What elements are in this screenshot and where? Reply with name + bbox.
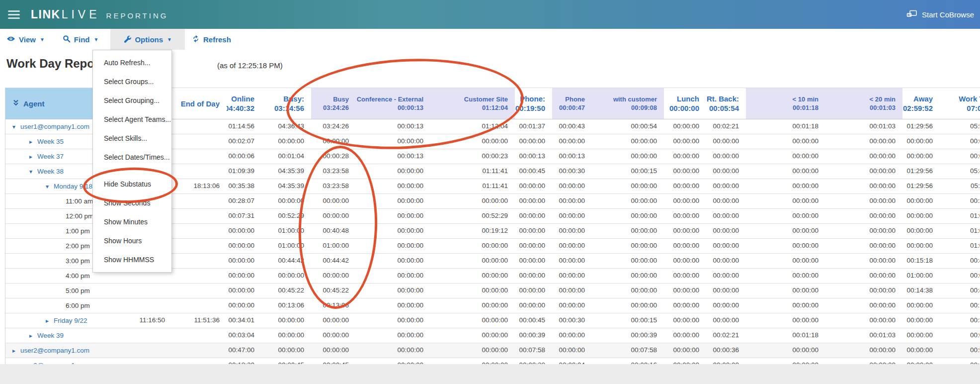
menu-item-select-skills[interactable]: Select Skills... bbox=[93, 129, 171, 148]
column-header-online[interactable]: Online04:40:32 bbox=[227, 88, 261, 119]
row-label: Week 37 bbox=[37, 150, 64, 164]
agent-cell[interactable]: ▸Week 39 bbox=[5, 328, 127, 343]
menu-item-show-minutes[interactable]: Show Minutes bbox=[93, 212, 171, 231]
agent-cell[interactable]: ▸Friday 9/22 bbox=[5, 313, 127, 328]
time-cell: 04:36:43 bbox=[261, 119, 311, 134]
start-cobrowse-button[interactable]: Start CoBrowse bbox=[904, 0, 976, 29]
search-icon bbox=[63, 35, 71, 44]
time-cell: 00:00:00 bbox=[311, 343, 356, 358]
options-menu-button[interactable]: Options▼ bbox=[110, 29, 185, 50]
time-cell: 00:00:00 bbox=[552, 328, 592, 343]
time-cell: 00:00:00 bbox=[902, 298, 940, 313]
time-cell: 00:00:00 bbox=[664, 269, 706, 283]
menu-item-select-dates-times[interactable]: Select Dates/Times... bbox=[93, 148, 171, 167]
time-cell: 00:00:06 bbox=[227, 149, 261, 164]
column-header-label: Phone: bbox=[520, 94, 545, 103]
expand-row-icon[interactable]: ▸ bbox=[29, 329, 37, 343]
column-header-conference-external[interactable]: Conference - External00:00:13 bbox=[356, 88, 430, 119]
time-cell: 00:00:00 bbox=[552, 254, 592, 268]
menu-item-select-groups[interactable]: Select Groups... bbox=[93, 72, 171, 91]
time-cell: 00:34:4 bbox=[940, 313, 980, 328]
collapse-row-icon[interactable]: ▾ bbox=[12, 120, 20, 134]
time-cell: 00:00:00 bbox=[430, 269, 515, 283]
table-row: ▸Friday 9/2211:16:5011:51:3600:34:0100:0… bbox=[5, 313, 980, 328]
time-cell: 00:00:00 bbox=[592, 179, 664, 193]
time-cell: 00:00:00 bbox=[592, 298, 664, 313]
time-cell: 00:00:15 bbox=[592, 164, 664, 179]
column-header-phone[interactable]: Phone00:00:47 bbox=[552, 88, 592, 119]
time-cell: 00:00:00 bbox=[552, 269, 592, 283]
time-cell: 00:45:22 bbox=[261, 284, 311, 298]
menu-item-select-grouping[interactable]: Select Grouping... bbox=[93, 91, 171, 110]
menu-item-select-agent-teams[interactable]: Select Agent Teams... bbox=[93, 110, 171, 129]
column-header-phone[interactable]: Phone:00:19:50 bbox=[515, 88, 552, 119]
time-cell: 00:00:39 bbox=[515, 328, 552, 343]
column-header-total: 00:05:54 bbox=[709, 103, 739, 113]
time-cell: 00:00:00 bbox=[664, 224, 706, 238]
time-cell bbox=[172, 194, 227, 208]
time-cell: 00:02:07 bbox=[227, 134, 261, 149]
row-label: 3:00 pm bbox=[66, 254, 90, 268]
expand-row-icon[interactable]: ▸ bbox=[29, 150, 37, 164]
time-cell: 00:52:29 bbox=[430, 209, 515, 223]
time-cell bbox=[127, 343, 172, 358]
column-header-lunch[interactable]: Lunch00:00:00 bbox=[664, 88, 706, 119]
column-header-label: Phone bbox=[565, 95, 585, 103]
column-header-away[interactable]: Away02:59:52 bbox=[902, 88, 940, 119]
row-label: Week 35 bbox=[37, 135, 64, 149]
row-label: 5:00 pm bbox=[66, 284, 90, 298]
time-cell: 00:19:12 bbox=[430, 224, 515, 238]
time-cell: 00:28:0 bbox=[940, 194, 980, 208]
column-header-busy[interactable]: Busy03:24:26 bbox=[311, 88, 356, 119]
time-cell: 00:00:00 bbox=[552, 179, 592, 193]
time-cell: 00:00:00 bbox=[592, 224, 664, 238]
time-cell: 04:35:39 bbox=[261, 179, 311, 193]
time-cell: 00:13:0 bbox=[940, 298, 980, 313]
column-header-end-of-day[interactable]: End of Day bbox=[172, 88, 227, 119]
expand-row-icon[interactable]: ▸ bbox=[46, 314, 54, 328]
expand-row-icon[interactable]: ▸ bbox=[29, 135, 37, 149]
menu-item-show-hhmmss[interactable]: Show HHMMSS bbox=[93, 250, 171, 269]
column-header-work-tim[interactable]: Work Tim07:07:3 bbox=[940, 88, 980, 119]
time-cell: 00:00:00 bbox=[515, 284, 552, 298]
logo-reporting-text: REPORTING bbox=[106, 11, 168, 20]
refresh-button[interactable]: Refresh bbox=[192, 29, 231, 50]
menu-item-auto-refresh[interactable]: Auto Refresh... bbox=[93, 53, 171, 72]
refresh-icon bbox=[192, 35, 200, 44]
column-header-customer-site[interactable]: Customer Site01:12:04 bbox=[430, 88, 515, 119]
column-header-label: Work Tim bbox=[959, 94, 980, 103]
time-cell bbox=[172, 343, 227, 358]
collapse-row-icon[interactable]: ▾ bbox=[46, 180, 54, 193]
time-cell: 00:00:00 bbox=[746, 284, 825, 298]
time-cell: 00:00:00 bbox=[430, 298, 515, 313]
time-cell: 00:14:38 bbox=[902, 284, 940, 298]
column-header-10-min[interactable]: < 10 min00:01:18 bbox=[746, 88, 825, 119]
menu-item-hide-substatus[interactable]: Hide Substatus bbox=[93, 175, 171, 193]
time-cell: 00:00:00 bbox=[902, 224, 940, 238]
expand-row-icon[interactable]: ▸ bbox=[12, 344, 20, 358]
column-header-rt-back[interactable]: Rt. Back:00:05:54 bbox=[706, 88, 746, 119]
collapse-row-icon[interactable]: ▾ bbox=[29, 165, 37, 179]
menu-item-show-seconds[interactable]: Show Seconds bbox=[93, 193, 171, 212]
time-cell: 11:16:50 bbox=[127, 313, 172, 328]
time-cell: 00:00:00 bbox=[706, 194, 746, 208]
column-header-busy[interactable]: Busy:03:14:56 bbox=[261, 88, 311, 119]
time-cell: 00:00:00 bbox=[664, 313, 706, 328]
time-cell: 00:01:18 bbox=[746, 119, 825, 134]
view-menu-button[interactable]: View▼ bbox=[0, 29, 45, 50]
time-cell: 01:00:00 bbox=[311, 239, 356, 253]
time-cell: 00:00:00 bbox=[746, 134, 825, 149]
agent-cell[interactable]: ▸user2@company1.com bbox=[5, 343, 127, 358]
column-header-with-customer[interactable]: with customer00:09:08 bbox=[592, 88, 664, 119]
time-cell: 00:00:00 bbox=[356, 284, 430, 298]
row-label: Monday 9/18 bbox=[54, 180, 92, 193]
time-cell: 00:00:00 bbox=[592, 239, 664, 253]
find-menu-button[interactable]: Find▼ bbox=[63, 29, 99, 50]
time-cell: 00:00:00 bbox=[664, 328, 706, 343]
time-cell: 00:00:00 bbox=[515, 209, 552, 223]
hamburger-menu-icon[interactable] bbox=[8, 8, 20, 21]
column-header-20-min[interactable]: < 20 min00:01:03 bbox=[825, 88, 902, 119]
time-cell: 05:46:0 bbox=[940, 164, 980, 179]
menu-item-show-hours[interactable]: Show Hours bbox=[93, 231, 171, 250]
time-cell: 00:01:2 bbox=[940, 149, 980, 164]
